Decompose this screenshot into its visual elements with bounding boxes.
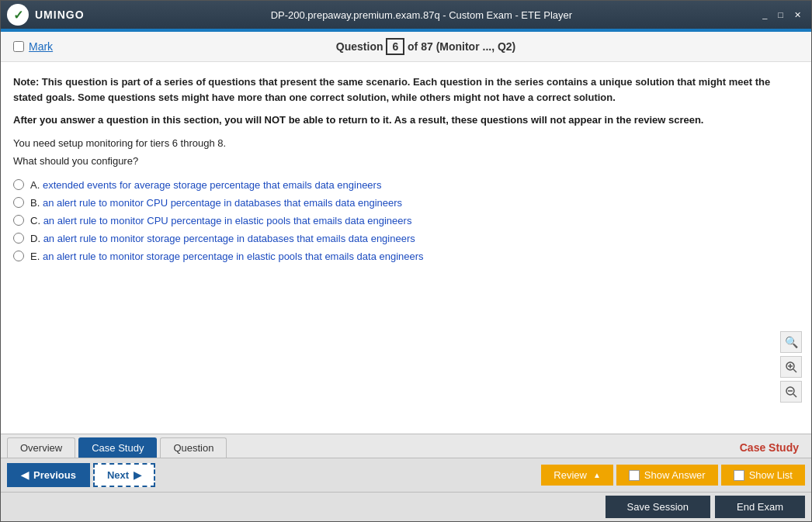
zoom-in-icon xyxy=(785,361,797,373)
show-answer-label: Show Answer xyxy=(644,469,706,481)
option-link-b[interactable]: an alert rule to monitor CPU percentage … xyxy=(43,197,402,209)
options-list: A. extended events for average storage p… xyxy=(13,179,799,262)
search-button[interactable]: 🔍 xyxy=(780,331,802,353)
option-radio-b[interactable] xyxy=(13,197,24,208)
maximize-button[interactable]: □ xyxy=(774,9,787,21)
after-text: After you answer a question in this sect… xyxy=(13,112,799,128)
bottom-tabs: Overview Case Study Question Case Study xyxy=(1,434,811,458)
option-radio-d[interactable] xyxy=(13,233,24,244)
logo-checkmark: ✓ xyxy=(13,8,23,22)
option-text-c: C. an alert rule to monitor CPU percenta… xyxy=(30,215,411,226)
tab-question[interactable]: Question xyxy=(160,437,227,458)
case-study-label: Case Study xyxy=(740,441,805,454)
save-session-button[interactable]: Save Session xyxy=(606,496,711,518)
zoom-out-button[interactable] xyxy=(780,381,802,403)
next-button[interactable]: Next ▶ xyxy=(93,463,155,487)
titlebar-title: DP-200.prepaway.premium.exam.87q - Custo… xyxy=(85,9,759,21)
show-answer-checkbox-icon xyxy=(629,470,640,481)
tabs-left: Overview Case Study Question xyxy=(7,437,227,458)
zoom-out-icon xyxy=(785,385,797,398)
prev-arrow-icon: ◀ xyxy=(21,469,29,481)
option-item-d: D. an alert rule to monitor storage perc… xyxy=(13,233,799,244)
option-text-d: D. an alert rule to monitor storage perc… xyxy=(30,233,415,244)
option-link-e[interactable]: an alert rule to monitor storage percent… xyxy=(43,251,424,262)
option-text-e: E. an alert rule to monitor storage perc… xyxy=(30,251,424,262)
next-label: Next xyxy=(107,469,129,481)
option-letter-e: E. xyxy=(30,251,43,262)
scenario-text: You need setup monitoring for tiers 6 th… xyxy=(13,137,799,149)
next-arrow-icon: ▶ xyxy=(134,469,141,481)
logo: ✓ xyxy=(7,4,29,26)
option-item-b: B. an alert rule to monitor CPU percenta… xyxy=(13,197,799,209)
mark-section: Mark xyxy=(13,40,53,53)
review-button[interactable]: Review ▲ xyxy=(541,465,613,486)
option-link-d[interactable]: an alert rule to monitor storage percent… xyxy=(43,233,415,244)
option-link-a[interactable]: extended events for average storage perc… xyxy=(43,179,382,191)
minimize-button[interactable]: _ xyxy=(758,9,771,21)
note-bold: Note: This question is part of a series … xyxy=(13,76,770,103)
show-list-label: Show List xyxy=(749,469,793,481)
show-answer-button[interactable]: Show Answer xyxy=(616,465,718,486)
option-radio-c[interactable] xyxy=(13,215,24,226)
header-row: Mark Question 6 of 87 (Monitor ..., Q2) xyxy=(1,32,811,62)
logo-text: UMINGO xyxy=(35,9,85,21)
option-letter-b: B. xyxy=(30,197,43,209)
option-letter-a: A. xyxy=(30,179,43,191)
nav-bar: ◀ Previous Next ▶ Review ▲ Show Answer S… xyxy=(1,458,811,492)
question-label: Question xyxy=(336,40,383,53)
note-text: Note: This question is part of a series … xyxy=(13,74,799,105)
svg-line-3 xyxy=(793,369,796,372)
zoom-in-button[interactable] xyxy=(780,356,802,378)
app-window: ✓ UMINGO DP-200.prepaway.premium.exam.87… xyxy=(0,0,812,522)
option-item-c: C. an alert rule to monitor CPU percenta… xyxy=(13,215,799,226)
show-list-checkbox-icon xyxy=(734,470,744,481)
option-text-a: A. extended events for average storage p… xyxy=(30,179,381,191)
question-total: of 87 (Monitor ..., Q2) xyxy=(408,40,515,53)
option-item-a: A. extended events for average storage p… xyxy=(13,179,799,191)
option-letter-c: C. xyxy=(30,215,43,226)
option-item-e: E. an alert rule to monitor storage perc… xyxy=(13,251,799,262)
question-info: Question 6 of 87 (Monitor ..., Q2) xyxy=(53,38,799,55)
svg-line-6 xyxy=(793,394,796,397)
question-text: What should you configure? xyxy=(13,155,799,167)
titlebar-left: ✓ UMINGO xyxy=(7,4,85,26)
review-arrow-icon: ▲ xyxy=(593,471,601,479)
mark-link[interactable]: Mark xyxy=(29,40,53,53)
option-link-c[interactable]: an alert rule to monitor CPU percentage … xyxy=(43,215,412,226)
review-label: Review xyxy=(553,469,587,481)
option-radio-a[interactable] xyxy=(13,179,24,190)
titlebar: ✓ UMINGO DP-200.prepaway.premium.exam.87… xyxy=(1,1,811,29)
option-radio-e[interactable] xyxy=(13,251,24,261)
end-exam-button[interactable]: End Exam xyxy=(715,496,805,518)
show-list-button[interactable]: Show List xyxy=(721,465,805,486)
option-text-b: B. an alert rule to monitor CPU percenta… xyxy=(30,197,402,209)
titlebar-controls: _ □ ✕ xyxy=(758,9,805,22)
action-bar: Save Session End Exam xyxy=(1,492,811,521)
option-letter-d: D. xyxy=(30,233,43,244)
previous-button[interactable]: ◀ Previous xyxy=(7,463,90,487)
close-button[interactable]: ✕ xyxy=(790,9,805,22)
zoom-controls: 🔍 xyxy=(780,331,802,403)
content-area: Note: This question is part of a series … xyxy=(1,62,811,434)
tab-overview[interactable]: Overview xyxy=(7,437,75,458)
mark-checkbox[interactable] xyxy=(13,41,24,52)
tab-case-study[interactable]: Case Study xyxy=(78,437,157,458)
previous-label: Previous xyxy=(33,469,76,481)
question-number: 6 xyxy=(386,38,404,55)
